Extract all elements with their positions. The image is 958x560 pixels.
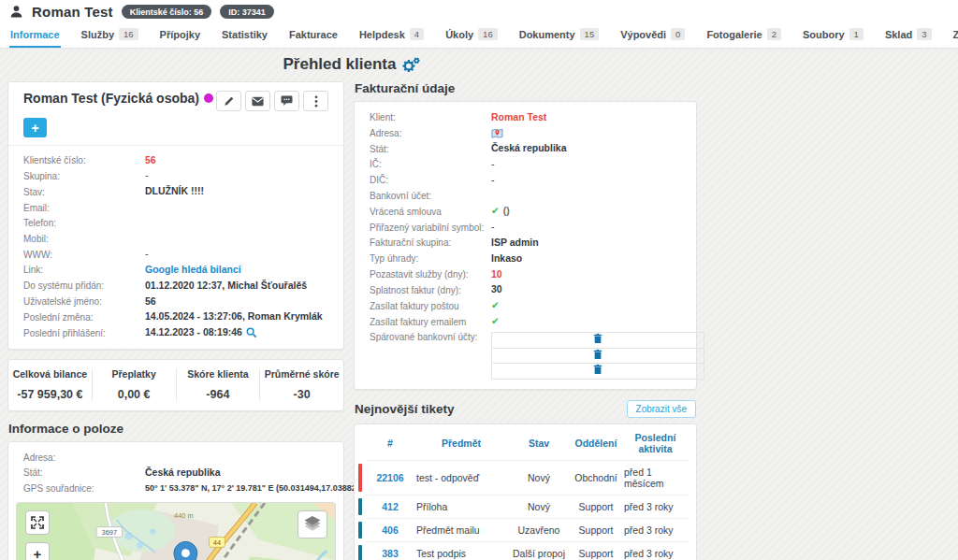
client-info-card: Roman Test (Fyzická osoba): [7, 81, 344, 350]
map-zoom-in-button[interactable]: +: [26, 543, 49, 560]
tab-ukoly[interactable]: Úkoly16: [444, 22, 499, 48]
tickets-section-header: Nejnovější tikety Zobrazit vše: [355, 400, 696, 418]
balance-stats-card: Celková bilance-57 959,30 € Přeplatky0,0…: [7, 359, 344, 411]
trash-icon[interactable]: [593, 364, 602, 375]
paired-bank-accounts-table: [491, 332, 704, 380]
field-mobil: Mobil:: [23, 231, 328, 247]
field-pozastavit-sluzby: Pozastavit služby (dny):10: [370, 266, 681, 282]
trash-icon[interactable]: [593, 333, 602, 344]
field-sparovane-ucty: Spárované bankovní účty:: [370, 329, 681, 381]
field-stat: Stát:Česká republika: [23, 465, 328, 481]
layers-icon: [303, 516, 322, 532]
tab-vypovedi[interactable]: Výpovědi0: [619, 22, 686, 48]
field-gps: GPS souřadnice:50° 1' 53.378" N, 17° 2' …: [23, 481, 328, 496]
map-road-badge-44: 44: [213, 538, 221, 547]
tab-statistiky[interactable]: Statistiky: [221, 22, 269, 48]
check-icon: ✔: [491, 315, 500, 328]
map-canvas: 3697 44 440 m Velké Losiny Velké Losiny …: [17, 503, 335, 560]
field-www: WWW:-: [23, 247, 328, 263]
map-elevation-label: 440 m: [174, 511, 194, 520]
field-posledni-prihlaseni: Poslední přihlášení: 14.12.2023 - 08:19:…: [23, 325, 328, 341]
stat-prumerne-skore: Průměrné skóre-30: [260, 368, 343, 401]
chat-button[interactable]: [274, 91, 299, 111]
field-typ-uhrady: Typ úhrady:Inkaso: [370, 251, 681, 266]
user-icon: [9, 5, 23, 19]
client-card-title: Roman Test (Fyzická osoba): [23, 91, 213, 106]
field-posledni-zmena: Poslední změna:14.05.2024 - 13:27:06, Ro…: [23, 309, 328, 325]
envelope-icon: [252, 96, 264, 107]
edit-client-button[interactable]: [216, 91, 241, 111]
more-options-button[interactable]: [303, 91, 328, 111]
trash-icon[interactable]: [593, 349, 602, 360]
tickets-card: # Předmět Stav Oddělení Poslední aktivit…: [354, 424, 697, 560]
billing-card: Klient:Roman Test Adresa: Stát:Česká rep…: [354, 101, 697, 390]
tickets-table: # Předmět Stav Oddělení Poslední aktivit…: [366, 426, 689, 560]
vertical-dots-icon: [314, 95, 318, 108]
ticket-id-link[interactable]: 383: [382, 548, 399, 559]
location-card: Adresa: Stát:Česká republika GPS souřadn…: [7, 441, 344, 560]
tab-sklad[interactable]: Sklad3: [884, 22, 933, 48]
check-icon: ✔: [491, 299, 500, 312]
settings-gears-icon[interactable]: [401, 56, 421, 74]
field-skupina: Skupina:-: [23, 168, 328, 184]
ticket-priority-bar: [358, 498, 362, 515]
tab-soubory[interactable]: Soubory1: [802, 22, 864, 48]
map-fullscreen-button[interactable]: [25, 510, 50, 535]
tab-informace[interactable]: Informace: [9, 22, 61, 48]
ticket-row: 406 Předmět mailu Uzavřeno Support před …: [366, 519, 689, 542]
field-klientske-cislo: Klientské číslo:56: [23, 152, 328, 168]
stat-celkova-bilance: Celková bilance-57 959,30 €: [8, 368, 93, 401]
ticket-id-link[interactable]: 22106: [376, 472, 403, 483]
bank-account-row: [492, 332, 704, 348]
tab-pripojky[interactable]: Přípojky: [159, 22, 201, 48]
bank-account-row: [492, 348, 704, 364]
map-marker-pin[interactable]: [174, 541, 197, 560]
client-status-dot: [204, 93, 213, 103]
send-email-button[interactable]: [245, 91, 270, 111]
field-dic: DIČ:-: [370, 172, 681, 188]
tab-fotogalerie[interactable]: Fotogalerie2: [705, 22, 782, 48]
ticket-row: 383 Test podpis Další propoj Support pře…: [366, 542, 689, 560]
field-adresa: Adresa:: [23, 450, 328, 466]
tickets-show-all-button[interactable]: Zobrazit vše: [627, 400, 696, 418]
map-zoom-control: + −: [25, 542, 50, 560]
tab-fakturace[interactable]: Fakturace: [288, 22, 339, 48]
google-balance-link[interactable]: Google hledá bilanci: [145, 264, 241, 277]
tab-helpdesk[interactable]: Helpdesk4: [358, 22, 425, 48]
fullscreen-icon: [31, 516, 44, 529]
map-address-icon[interactable]: [491, 127, 503, 139]
main-tab-bar: Informace Služby16 Přípojky Statistiky F…: [0, 22, 958, 49]
ticket-id-link[interactable]: 412: [382, 501, 399, 512]
field-bankovni-ucet: Bankovní účet:: [370, 188, 681, 204]
magnifier-icon[interactable]: [246, 327, 257, 338]
ticket-priority-bar: [358, 464, 362, 492]
pencil-icon: [224, 95, 235, 107]
client-link[interactable]: Roman Test: [491, 111, 546, 124]
tab-zpravy[interactable]: Zprávy: [952, 22, 958, 48]
ticket-row: 22106 test - odpověď Nový Obchodní před …: [366, 461, 689, 495]
add-button[interactable]: +: [23, 118, 47, 137]
field-email: Email:: [23, 199, 328, 215]
billing-section-header: Fakturační údaje: [355, 81, 696, 95]
field-do-systemu-pridan: Do systému přidán:01.12.2020 12:37, Mich…: [23, 278, 328, 294]
field-telefon: Telefon:: [23, 215, 328, 231]
map-road-badge-3697: 3697: [102, 528, 117, 537]
stat-preplatky: Přeplatky0,00 €: [93, 368, 177, 401]
tab-sluzby[interactable]: Služby16: [80, 22, 139, 48]
bank-account-row: [492, 364, 704, 380]
top-header-bar: Roman Test Klientské číslo: 56 ID: 37341: [0, 0, 958, 22]
ticket-id-link[interactable]: 406: [382, 524, 399, 536]
divider: [8, 145, 343, 146]
ticket-priority-bar: [358, 522, 362, 538]
map-layers-button[interactable]: [298, 510, 327, 538]
check-icon: ✔: [491, 205, 500, 218]
page-title: Přehled klienta: [7, 55, 697, 74]
field-splatnost-faktur: Splatnost faktur (dny):30: [370, 282, 681, 298]
tab-dokumenty[interactable]: Dokumenty15: [518, 22, 600, 48]
field-fakturacni-skupina: Fakturační skupina:ISP admin: [370, 235, 681, 251]
client-id-badge: ID: 37341: [220, 5, 274, 19]
field-vracena-smlouva: Vrácená smlouva ✔(): [370, 204, 681, 220]
client-number-badge: Klientské číslo: 56: [122, 5, 212, 19]
field-faktury-postou: Zasílat faktury poštou✔: [370, 298, 681, 314]
leaflet-map[interactable]: 3697 44 440 m Velké Losiny Velké Losiny …: [16, 502, 336, 560]
